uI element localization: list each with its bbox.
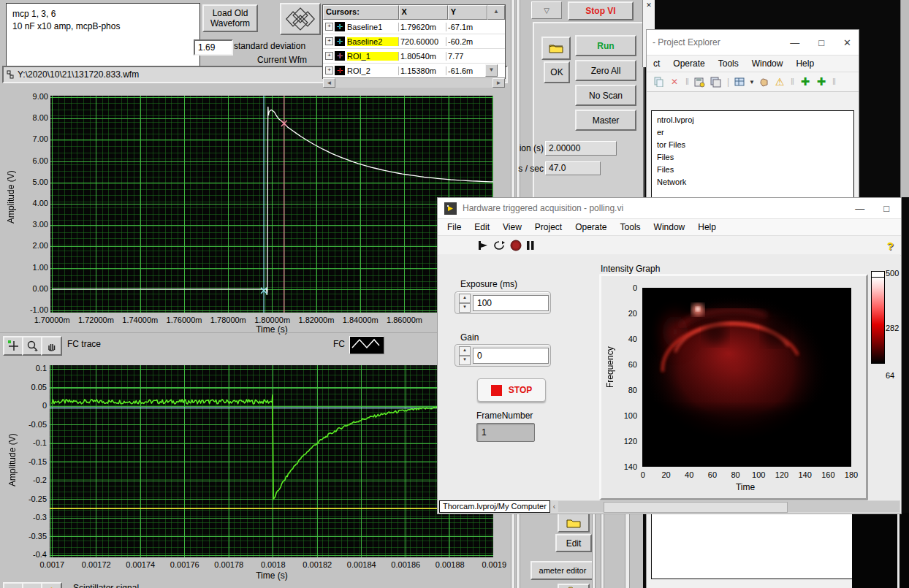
ring-dropdown[interactable]: ▽ [531,1,562,19]
menu-window[interactable]: Window [647,220,692,234]
view-grid-icon[interactable] [733,75,748,89]
stop-button[interactable]: STOP [477,378,546,402]
project-explorer-titlebar[interactable]: - Project Explorer — □ ✕ [647,30,859,56]
exposure-control[interactable]: ▲▼ 100 [454,291,551,314]
scroll-down-icon[interactable]: ▼ [485,64,498,77]
exposure-stepper[interactable]: ▲▼ [459,294,471,313]
menu-project[interactable]: Project [528,220,568,234]
execution-target-badge[interactable]: Thorcam.lvproj/My Computer [439,500,550,513]
pointer-hand-icon[interactable] [756,75,771,89]
tree-item[interactable]: Files [657,151,853,164]
close-icon[interactable]: ✕ [843,37,851,48]
add-target-icon[interactable]: ✚ [814,75,829,89]
warning-icon[interactable]: ⚠ [772,75,787,89]
tree-item[interactable]: Files [657,164,853,176]
gain-stepper[interactable]: ▲▼ [459,346,471,365]
std-deviation-field[interactable]: 1.69 [194,39,233,56]
abort-icon[interactable] [510,240,522,251]
cursor-row[interactable]: +✛ Baseline2 720.60000 -60.2m [323,34,505,49]
expand-icon[interactable]: + [325,37,333,45]
diamond-decoration-button[interactable] [280,3,321,35]
scroll-right-icon[interactable]: ► [492,78,505,88]
master-button[interactable]: Master [575,110,636,131]
expand-icon[interactable]: + [325,52,333,60]
increment-icon[interactable]: ▲ [459,294,471,303]
graph-crosshair-tool[interactable]: ✛ [3,582,24,588]
zero-all-button[interactable]: Zero All [575,60,636,81]
graph-zoom-tool[interactable]: ◔ [22,582,43,588]
polling-titlebar[interactable]: Hardware triggered acquisition - polling… [438,198,901,219]
menu-help[interactable]: Help [691,220,723,234]
scroll-up-icon[interactable]: ▲ [487,5,505,20]
maximize-icon[interactable]: □ [883,203,889,214]
exposure-value-field[interactable]: 100 [473,295,549,311]
cursor-row-name-3[interactable]: ROI_2 [347,66,398,75]
graph-crosshair-tool[interactable] [3,336,24,356]
run-button[interactable]: Run [575,35,636,56]
expand-icon[interactable]: + [325,23,333,31]
add-item-icon[interactable]: ✚ [798,75,813,89]
cursor-table-hscroll[interactable]: ◄ ► [323,77,505,88]
save-icon[interactable] [693,75,707,89]
cursor-row[interactable]: +✛ Baseline1 1.79620m -67.1m [323,20,505,34]
open-folder-button-3[interactable] [558,584,590,588]
menu-project-cut[interactable]: ct [647,56,666,71]
parameter-editor-button[interactable]: ameter editor [530,561,595,580]
chevron-down-icon[interactable]: ▼ [749,79,755,85]
cursor-row-name-1[interactable]: Baseline2 [347,37,398,46]
horizontal-scrollbar[interactable] [558,501,900,512]
expand-icon[interactable]: + [325,66,333,75]
menu-window[interactable]: Window [745,56,790,71]
menu-tools[interactable]: Tools [614,220,647,234]
cursor-row-name-2[interactable]: ROI_1 [347,52,398,61]
tree-item[interactable]: ntrol.lvproj [657,114,853,126]
menu-tools[interactable]: Tools [712,56,745,71]
maximize-icon[interactable]: □ [818,37,824,48]
pause-icon[interactable] [526,240,535,251]
cursor-row[interactable]: +✛ ROI_1 1.80540m 7.77 [323,49,505,64]
tree-item[interactable]: Network [657,176,853,188]
delete-icon[interactable]: ✕ [667,75,682,89]
save-all-icon[interactable] [709,75,723,89]
decrement-icon[interactable]: ▼ [459,356,471,365]
top-waveform-graph[interactable] [50,96,493,313]
minimize-icon[interactable]: — [855,203,864,214]
comment-box[interactable]: mcp 1, 3, 6 10 nF x10 amp, mcpB-phos [6,3,200,72]
rate-value-field[interactable]: 47.0 [545,161,601,175]
tree-item[interactable]: er [657,126,853,139]
scrollbar-track[interactable] [335,78,492,88]
graph-pan-tool[interactable]: ✋ [41,582,62,588]
copy-icon[interactable] [651,75,666,89]
cursor-row[interactable]: +✛ ROI_2 1.15380m -61.6m ▼ [323,64,505,77]
gain-control[interactable]: ▲▼ 0 [454,344,551,367]
minimize-icon[interactable]: — [790,37,799,48]
menu-help[interactable]: Help [789,56,821,71]
fc-plot-legend[interactable] [349,336,384,354]
close-icon[interactable]: ✕ [643,0,655,9]
run-continuous-icon[interactable] [493,240,506,251]
edit-button[interactable]: Edit [555,534,592,552]
menu-operate[interactable]: Operate [568,220,613,234]
open-folder-button[interactable] [541,37,571,60]
run-icon[interactable] [477,240,489,251]
open-folder-button-2[interactable] [558,513,590,532]
help-icon[interactable]: ? [887,240,894,252]
tree-item[interactable]: tor Files [657,139,853,151]
graph-pan-tool[interactable] [41,336,62,356]
menu-file[interactable]: File [441,220,468,234]
stop-vi-button[interactable]: Stop VI [568,1,634,20]
no-scan-button[interactable]: No Scan [575,85,636,106]
decrement-icon[interactable]: ▼ [459,303,471,313]
graph-zoom-tool[interactable] [22,336,43,356]
cursor-row-name-0[interactable]: Baseline1 [347,23,398,31]
scrollbar-thumb[interactable] [604,502,788,513]
menu-operate[interactable]: Operate [666,56,711,71]
bottom-waveform-graph[interactable] [50,365,493,557]
gain-value-field[interactable]: 0 [473,348,549,364]
scroll-left-icon[interactable]: ‹ [553,503,555,511]
increment-icon[interactable]: ▲ [459,346,471,356]
menu-edit[interactable]: Edit [468,220,496,234]
scroll-left-icon[interactable]: ◄ [323,78,335,88]
load-old-waveform-button[interactable]: Load Old Waveform [202,4,258,32]
acquisition-value-field[interactable]: 2.00000 [545,141,617,156]
